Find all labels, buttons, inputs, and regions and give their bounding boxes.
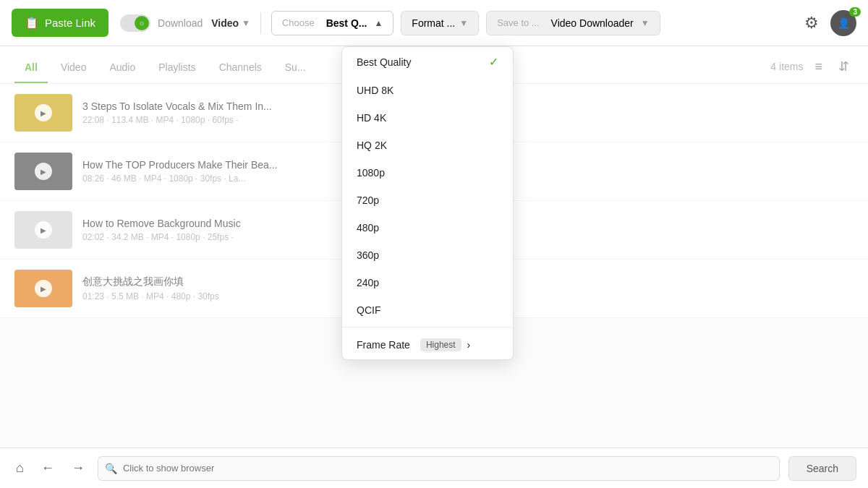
- chevron-up-icon: ▲: [374, 18, 383, 28]
- quality-option-360p[interactable]: 360p: [342, 241, 513, 269]
- quality-dropdown: Best Quality ✓ UHD 8K HD 4K HQ 2K 1080p …: [341, 46, 514, 360]
- home-icon: ⌂: [16, 461, 24, 475]
- chevron-down-icon: ▼: [641, 18, 650, 28]
- back-icon: ←: [41, 461, 54, 475]
- paste-link-button[interactable]: 📋 Paste Link: [12, 9, 109, 37]
- quality-option-720p[interactable]: 720p: [342, 187, 513, 214]
- toolbar: 📋 Paste Link ☼ Download Video ▼ Choose B…: [0, 0, 868, 46]
- chevron-right-icon: ›: [467, 339, 471, 351]
- theme-toggle[interactable]: ☼: [120, 14, 150, 32]
- format-button[interactable]: Format ... ▼: [401, 11, 479, 35]
- back-button[interactable]: ←: [37, 458, 59, 479]
- frame-rate-badge: Highest: [420, 338, 461, 351]
- quality-option-uhd8k[interactable]: UHD 8K: [342, 77, 513, 104]
- forward-button[interactable]: →: [67, 458, 89, 479]
- toggle-knob: ☼: [135, 16, 149, 30]
- quality-option-best[interactable]: Best Quality ✓: [342, 47, 513, 77]
- separator: [260, 12, 261, 34]
- account-button[interactable]: 👤 3: [830, 10, 856, 36]
- quality-option-240p[interactable]: 240p: [342, 269, 513, 296]
- save-to-button[interactable]: Save to ... Video Downloader ▼: [486, 11, 660, 35]
- quality-option-hd4k[interactable]: HD 4K: [342, 104, 513, 132]
- quality-option-480p[interactable]: 480p: [342, 214, 513, 241]
- gear-icon: ⚙: [804, 14, 819, 32]
- bottom-bar: ⌂ ← → 🔍 Search: [0, 448, 868, 488]
- url-bar-wrapper: 🔍: [98, 456, 780, 481]
- avatar-icon: 👤: [838, 17, 850, 29]
- download-type-button[interactable]: Download Video ▼: [158, 17, 250, 29]
- quality-chooser-button[interactable]: Choose Best Q... ▲: [271, 11, 393, 35]
- check-icon: ✓: [489, 55, 498, 69]
- search-button[interactable]: Search: [788, 456, 856, 481]
- url-input[interactable]: [98, 456, 780, 481]
- clipboard-icon: 📋: [25, 16, 39, 30]
- quality-option-1080p[interactable]: 1080p: [342, 159, 513, 187]
- frame-rate-option[interactable]: Frame Rate Highest ›: [342, 330, 513, 359]
- chevron-down-icon: ▼: [459, 18, 468, 28]
- settings-button[interactable]: ⚙: [800, 9, 823, 37]
- quality-option-hq2k[interactable]: HQ 2K: [342, 132, 513, 159]
- forward-icon: →: [72, 461, 85, 475]
- notification-badge: 3: [849, 7, 861, 17]
- quality-option-qcif[interactable]: QCIF: [342, 296, 513, 324]
- dropdown-divider: [342, 327, 513, 328]
- home-button[interactable]: ⌂: [12, 458, 28, 479]
- chevron-down-icon: ▼: [242, 18, 250, 28]
